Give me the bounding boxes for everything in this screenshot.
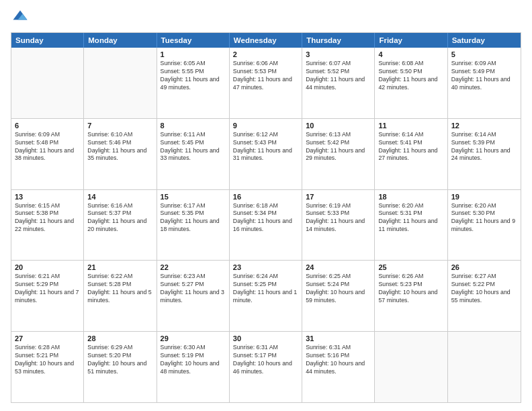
cal-cell-14: 14Sunrise: 6:16 AM Sunset: 5:37 PM Dayli… [84,190,157,261]
day-info: Sunrise: 6:09 AM Sunset: 5:49 PM Dayligh… [451,60,517,92]
day-info: Sunrise: 6:14 AM Sunset: 5:39 PM Dayligh… [451,131,517,163]
day-info: Sunrise: 6:31 AM Sunset: 5:16 PM Dayligh… [306,344,371,376]
day-info: Sunrise: 6:09 AM Sunset: 5:48 PM Dayligh… [15,131,80,163]
day-info: Sunrise: 6:26 AM Sunset: 5:23 PM Dayligh… [378,273,443,305]
logo [11,8,31,27]
cal-cell-empty-0-0 [11,48,84,118]
cal-cell-19: 19Sunrise: 6:20 AM Sunset: 5:30 PM Dayli… [448,190,521,261]
calendar-row-1: 1Sunrise: 6:05 AM Sunset: 5:55 PM Daylig… [11,48,521,118]
day-info: Sunrise: 6:05 AM Sunset: 5:55 PM Dayligh… [161,60,226,92]
day-info: Sunrise: 6:19 AM Sunset: 5:33 PM Dayligh… [306,202,371,234]
day-info: Sunrise: 6:10 AM Sunset: 5:46 PM Dayligh… [87,131,152,163]
day-number: 21 [87,263,152,271]
header-day-monday: Monday [84,33,157,48]
header-day-sunday: Sunday [11,33,84,48]
cal-cell-30: 30Sunrise: 6:31 AM Sunset: 5:17 PM Dayli… [230,332,302,402]
day-number: 29 [161,334,226,342]
day-number: 23 [233,263,298,271]
header-day-wednesday: Wednesday [230,33,302,48]
cal-cell-3: 3Sunrise: 6:07 AM Sunset: 5:52 PM Daylig… [302,48,375,118]
day-number: 12 [451,122,517,130]
day-info: Sunrise: 6:23 AM Sunset: 5:27 PM Dayligh… [161,273,226,305]
calendar-header: SundayMondayTuesdayWednesdayThursdayFrid… [11,33,521,48]
cal-cell-13: 13Sunrise: 6:15 AM Sunset: 5:38 PM Dayli… [11,190,84,261]
cal-cell-empty-4-6 [448,332,521,402]
cal-cell-12: 12Sunrise: 6:14 AM Sunset: 5:39 PM Dayli… [448,119,521,189]
day-number: 15 [161,193,226,201]
day-info: Sunrise: 6:25 AM Sunset: 5:24 PM Dayligh… [306,273,371,305]
day-number: 17 [306,193,371,201]
page: SundayMondayTuesdayWednesdayThursdayFrid… [0,0,532,411]
day-number: 18 [378,193,443,201]
calendar-row-3: 13Sunrise: 6:15 AM Sunset: 5:38 PM Dayli… [11,189,521,261]
cal-cell-15: 15Sunrise: 6:17 AM Sunset: 5:35 PM Dayli… [157,190,230,261]
day-number: 16 [233,193,298,201]
cal-cell-4: 4Sunrise: 6:08 AM Sunset: 5:50 PM Daylig… [375,48,447,118]
cal-cell-25: 25Sunrise: 6:26 AM Sunset: 5:23 PM Dayli… [375,261,447,331]
day-number: 26 [451,263,517,271]
day-number: 6 [15,122,80,130]
day-info: Sunrise: 6:29 AM Sunset: 5:20 PM Dayligh… [87,344,152,376]
cal-cell-11: 11Sunrise: 6:14 AM Sunset: 5:41 PM Dayli… [375,119,447,189]
cal-cell-5: 5Sunrise: 6:09 AM Sunset: 5:49 PM Daylig… [448,48,521,118]
calendar-body: 1Sunrise: 6:05 AM Sunset: 5:55 PM Daylig… [11,48,521,402]
cal-cell-18: 18Sunrise: 6:20 AM Sunset: 5:31 PM Dayli… [375,190,447,261]
day-info: Sunrise: 6:30 AM Sunset: 5:19 PM Dayligh… [161,344,226,376]
calendar: SundayMondayTuesdayWednesdayThursdayFrid… [11,32,521,403]
day-info: Sunrise: 6:12 AM Sunset: 5:43 PM Dayligh… [233,131,298,163]
day-number: 25 [378,263,443,271]
calendar-row-2: 6Sunrise: 6:09 AM Sunset: 5:48 PM Daylig… [11,118,521,189]
cal-cell-28: 28Sunrise: 6:29 AM Sunset: 5:20 PM Dayli… [84,332,157,402]
day-info: Sunrise: 6:14 AM Sunset: 5:41 PM Dayligh… [378,131,443,163]
day-info: Sunrise: 6:28 AM Sunset: 5:21 PM Dayligh… [15,344,80,376]
day-number: 3 [306,50,371,58]
cal-cell-10: 10Sunrise: 6:13 AM Sunset: 5:42 PM Dayli… [302,119,375,189]
cal-cell-29: 29Sunrise: 6:30 AM Sunset: 5:19 PM Dayli… [157,332,230,402]
calendar-row-4: 20Sunrise: 6:21 AM Sunset: 5:29 PM Dayli… [11,260,521,331]
day-number: 19 [451,193,517,201]
day-number: 1 [161,50,226,58]
cal-cell-1: 1Sunrise: 6:05 AM Sunset: 5:55 PM Daylig… [157,48,230,118]
day-number: 8 [161,122,226,130]
day-number: 2 [233,50,298,58]
cal-cell-16: 16Sunrise: 6:18 AM Sunset: 5:34 PM Dayli… [230,190,302,261]
day-info: Sunrise: 6:24 AM Sunset: 5:25 PM Dayligh… [233,273,298,305]
day-number: 30 [233,334,298,342]
day-info: Sunrise: 6:20 AM Sunset: 5:31 PM Dayligh… [378,202,443,234]
logo-icon [11,8,30,27]
cal-cell-26: 26Sunrise: 6:27 AM Sunset: 5:22 PM Dayli… [448,261,521,331]
calendar-row-5: 27Sunrise: 6:28 AM Sunset: 5:21 PM Dayli… [11,331,521,402]
day-info: Sunrise: 6:20 AM Sunset: 5:30 PM Dayligh… [451,202,517,234]
cal-cell-21: 21Sunrise: 6:22 AM Sunset: 5:28 PM Dayli… [84,261,157,331]
day-info: Sunrise: 6:06 AM Sunset: 5:53 PM Dayligh… [233,60,298,92]
day-info: Sunrise: 6:16 AM Sunset: 5:37 PM Dayligh… [87,202,152,234]
day-number: 4 [378,50,443,58]
day-info: Sunrise: 6:08 AM Sunset: 5:50 PM Dayligh… [378,60,443,92]
cal-cell-24: 24Sunrise: 6:25 AM Sunset: 5:24 PM Dayli… [302,261,375,331]
header-day-tuesday: Tuesday [157,33,230,48]
cal-cell-23: 23Sunrise: 6:24 AM Sunset: 5:25 PM Dayli… [230,261,302,331]
cal-cell-9: 9Sunrise: 6:12 AM Sunset: 5:43 PM Daylig… [230,119,302,189]
cal-cell-empty-0-1 [84,48,157,118]
day-info: Sunrise: 6:11 AM Sunset: 5:45 PM Dayligh… [161,131,226,163]
header-day-friday: Friday [375,33,447,48]
day-number: 28 [87,334,152,342]
day-number: 11 [378,122,443,130]
cal-cell-empty-4-5 [375,332,447,402]
day-number: 10 [306,122,371,130]
day-number: 13 [15,193,80,201]
day-info: Sunrise: 6:07 AM Sunset: 5:52 PM Dayligh… [306,60,371,92]
day-info: Sunrise: 6:22 AM Sunset: 5:28 PM Dayligh… [87,273,152,305]
day-number: 31 [306,334,371,342]
day-info: Sunrise: 6:15 AM Sunset: 5:38 PM Dayligh… [15,202,80,234]
day-info: Sunrise: 6:18 AM Sunset: 5:34 PM Dayligh… [233,202,298,234]
day-info: Sunrise: 6:13 AM Sunset: 5:42 PM Dayligh… [306,131,371,163]
day-number: 20 [15,263,80,271]
cal-cell-7: 7Sunrise: 6:10 AM Sunset: 5:46 PM Daylig… [84,119,157,189]
cal-cell-31: 31Sunrise: 6:31 AM Sunset: 5:16 PM Dayli… [302,332,375,402]
header-day-thursday: Thursday [302,33,375,48]
cal-cell-6: 6Sunrise: 6:09 AM Sunset: 5:48 PM Daylig… [11,119,84,189]
day-number: 9 [233,122,298,130]
day-number: 14 [87,193,152,201]
day-info: Sunrise: 6:27 AM Sunset: 5:22 PM Dayligh… [451,273,517,305]
